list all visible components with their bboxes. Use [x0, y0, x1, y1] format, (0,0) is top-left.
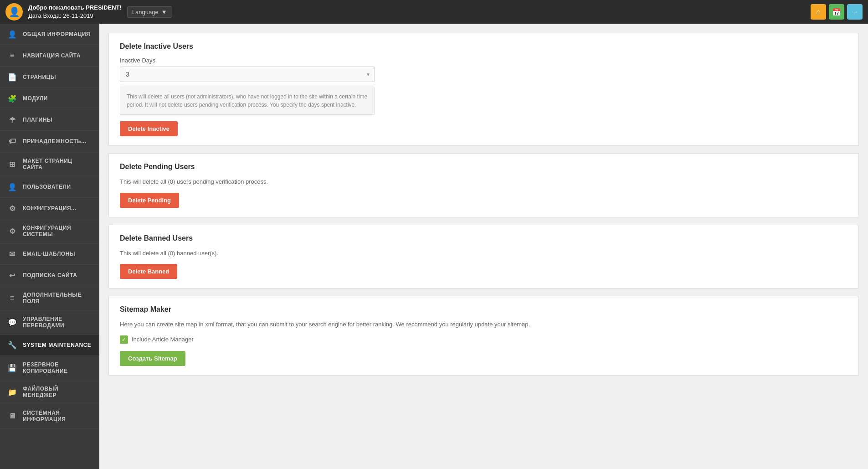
inactive-days-select[interactable]: 1 2 3 4 5 7 14 30 [120, 67, 375, 82]
delete-banned-description: This will delete all (0) banned user(s). [120, 249, 847, 258]
include-article-manager-label: Include Article Manager [132, 336, 194, 343]
delete-banned-button[interactable]: Delete Banned [120, 264, 177, 279]
system-maintenance-icon: 🔧 [7, 340, 17, 350]
sidebar-label-system-info: СИСТЕМНАЯ ИНФОРМАЦИЯ [23, 410, 92, 423]
delete-pending-description: This will delete all (0) users pending v… [120, 177, 847, 186]
sidebar-item-system-info[interactable]: 🖥 СИСТЕМНАЯ ИНФОРМАЦИЯ [0, 404, 99, 428]
create-sitemap-button[interactable]: Создать Sitemap [120, 351, 185, 366]
logout-button[interactable]: → [847, 4, 863, 20]
file-manager-icon: 📁 [7, 387, 17, 397]
sitemap-maker-description: Here you can create site map in xml form… [120, 320, 847, 329]
header-greeting: Добро пожаловать PRESIDENT! Дата Входа: … [28, 4, 122, 20]
sidebar-label-backup: РЕЗЕРВНОЕ КОПИРОВАНИЕ [23, 361, 92, 374]
sidebar-label-extra-fields: ДОПОЛНИТЕЛЬНЫЕ ПОЛЯ [23, 292, 92, 304]
site-subscription-icon: ↩ [7, 270, 17, 280]
backup-icon: 💾 [7, 363, 17, 373]
sidebar-item-system-maintenance[interactable]: 🔧 SYSTEM MAINTENANCE [0, 335, 99, 356]
sidebar-label-email-templates: EMAIL-ШАБЛОНЫ [23, 251, 75, 257]
header-icons: ⌂ 📅 → [811, 4, 863, 20]
sidebar-label-configuration: КОНФИГУРАЦИЯ... [23, 205, 77, 211]
sidebar-item-email-templates[interactable]: ✉ EMAIL-ШАБЛОНЫ [0, 243, 99, 265]
language-label: Language [132, 9, 159, 15]
page-layout-icon: ⊞ [7, 159, 17, 169]
sidebar-item-translations[interactable]: 💬 УПРАВЛЕНИЕ ПЕРЕВОДАМИ [0, 310, 99, 335]
sidebar-label-plugins: ПЛАГИНЫ [23, 117, 52, 123]
sidebar-item-plugins[interactable]: ☂ ПЛАГИНЫ [0, 109, 99, 131]
modules-icon: 🧩 [7, 93, 17, 103]
sidebar-label-page-layout: МАКЕТ СТРАНИЦ САЙТА [23, 158, 92, 170]
inactive-days-select-wrapper: 1 2 3 4 5 7 14 30 [120, 67, 375, 82]
calendar-button[interactable]: 📅 [829, 4, 844, 20]
sidebar-label-system-maintenance: SYSTEM MAINTENANCE [23, 342, 91, 348]
system-info-icon: 🖥 [7, 411, 17, 421]
chevron-down-icon: ▼ [161, 9, 167, 15]
general-info-icon: 👤 [7, 29, 17, 39]
sitemap-maker-section: Sitemap Maker Here you can create site m… [108, 296, 859, 376]
delete-pending-button[interactable]: Delete Pending [120, 193, 179, 208]
sidebar: 👤 ОБЩАЯ ИНФОРМАЦИЯ ≡ НАВИГАЦИЯ САЙТА 📄 С… [0, 24, 99, 469]
sidebar-item-pages[interactable]: 📄 СТРАНИЦЫ [0, 67, 99, 88]
extra-fields-icon: ≡ [7, 293, 17, 303]
sidebar-item-page-layout[interactable]: ⊞ МАКЕТ СТРАНИЦ САЙТА [0, 152, 99, 176]
users-icon: 👤 [7, 182, 17, 192]
sidebar-label-users: ПОЛЬЗОВАТЕЛИ [23, 184, 71, 190]
include-article-manager-row: ✓ Include Article Manager [120, 335, 847, 344]
greeting-text: Добро пожаловать PRESIDENT! [28, 4, 122, 11]
sidebar-label-file-manager: ФАЙЛОВЫЙ МЕНЕДЖЕР [23, 386, 92, 398]
sidebar-label-site-navigation: НАВИГАЦИЯ САЙТА [23, 52, 81, 59]
delete-pending-users-section: Delete Pending Users This will delete al… [108, 153, 859, 217]
delete-banned-users-title: Delete Banned Users [120, 234, 847, 242]
delete-banned-users-section: Delete Banned Users This will delete all… [108, 225, 859, 289]
sidebar-item-extra-fields[interactable]: ≡ ДОПОЛНИТЕЛЬНЫЕ ПОЛЯ [0, 286, 99, 310]
translations-icon: 💬 [7, 317, 17, 327]
site-navigation-icon: ≡ [7, 51, 17, 61]
sidebar-item-general-info[interactable]: 👤 ОБЩАЯ ИНФОРМАЦИЯ [0, 24, 99, 45]
language-selector[interactable]: Language ▼ [127, 6, 172, 18]
sidebar-item-membership[interactable]: 🏷 ПРИНАДЛЕЖНОСТЬ... [0, 131, 99, 152]
include-article-manager-checkbox[interactable]: ✓ [120, 335, 128, 344]
header-left: 👤 Добро пожаловать PRESIDENT! Дата Входа… [5, 3, 172, 21]
delete-inactive-users-title: Delete Inactive Users [120, 42, 847, 51]
login-date: Дата Входа: 26-11-2019 [28, 12, 122, 20]
main-content: Delete Inactive Users Inactive Days 1 2 … [99, 24, 868, 469]
sidebar-label-general-info: ОБЩАЯ ИНФОРМАЦИЯ [23, 31, 90, 37]
sidebar-label-pages: СТРАНИЦЫ [23, 74, 56, 80]
sidebar-item-site-subscription[interactable]: ↩ ПОДПИСКА САЙТА [0, 265, 99, 286]
sidebar-label-system-config: КОНФИГУРАЦИЯ СИСТЕМЫ [23, 225, 92, 237]
configuration-icon: ⚙ [7, 203, 17, 213]
sidebar-label-modules: МОДУЛИ [23, 95, 48, 102]
inactive-users-info: This will delete all users (not administ… [120, 87, 375, 115]
email-templates-icon: ✉ [7, 249, 17, 259]
plugins-icon: ☂ [7, 115, 17, 125]
delete-inactive-users-section: Delete Inactive Users Inactive Days 1 2 … [108, 33, 859, 146]
pages-icon: 📄 [7, 72, 17, 82]
sidebar-label-translations: УПРАВЛЕНИЕ ПЕРЕВОДАМИ [23, 316, 92, 329]
sidebar-label-site-subscription: ПОДПИСКА САЙТА [23, 272, 77, 278]
inactive-days-label: Inactive Days [120, 57, 847, 64]
system-config-icon: ⚙ [7, 226, 17, 236]
sidebar-item-modules[interactable]: 🧩 МОДУЛИ [0, 88, 99, 109]
sidebar-item-users[interactable]: 👤 ПОЛЬЗОВАТЕЛИ [0, 176, 99, 198]
top-header: 👤 Добро пожаловать PRESIDENT! Дата Входа… [0, 0, 868, 24]
avatar: 👤 [5, 3, 23, 21]
membership-icon: 🏷 [7, 136, 17, 146]
delete-inactive-button[interactable]: Delete Inactive [120, 121, 178, 136]
sidebar-item-backup[interactable]: 💾 РЕЗЕРВНОЕ КОПИРОВАНИЕ [0, 356, 99, 380]
home-button[interactable]: ⌂ [811, 4, 826, 20]
delete-pending-users-title: Delete Pending Users [120, 163, 847, 171]
layout: 👤 ОБЩАЯ ИНФОРМАЦИЯ ≡ НАВИГАЦИЯ САЙТА 📄 С… [0, 24, 868, 469]
sidebar-item-file-manager[interactable]: 📁 ФАЙЛОВЫЙ МЕНЕДЖЕР [0, 380, 99, 404]
sidebar-item-configuration[interactable]: ⚙ КОНФИГУРАЦИЯ... [0, 198, 99, 219]
sidebar-item-system-config[interactable]: ⚙ КОНФИГУРАЦИЯ СИСТЕМЫ [0, 219, 99, 243]
sitemap-maker-title: Sitemap Maker [120, 305, 847, 314]
sidebar-item-site-navigation[interactable]: ≡ НАВИГАЦИЯ САЙТА [0, 45, 99, 67]
sidebar-label-membership: ПРИНАДЛЕЖНОСТЬ... [23, 138, 87, 144]
